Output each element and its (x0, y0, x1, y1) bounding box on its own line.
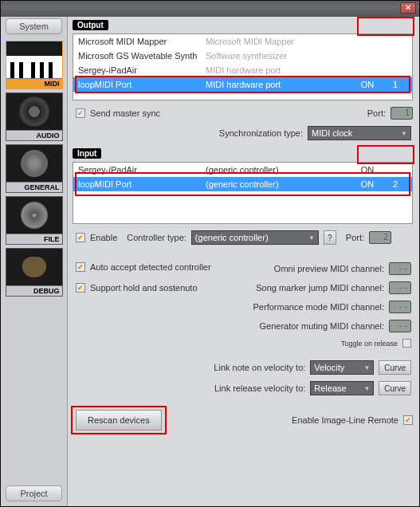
gen-muting-label: Generator muting MIDI channel: (259, 321, 384, 331)
sidebar-item-audio[interactable]: AUDIO (6, 92, 63, 141)
footer-row: Rescan devices Enable Image-Line Remote (76, 410, 413, 430)
support-hold-row: Support hold and sostenuto (76, 283, 232, 293)
sidebar-item-label: AUDIO (6, 130, 62, 140)
sidebar-item-label: FILE (6, 234, 62, 244)
sync-type-row: Synchronization type: MIDI clock▼ (76, 126, 411, 140)
sidebar-item-debug[interactable]: DEBUG (6, 248, 63, 297)
main-panel: Output Microsoft MIDI Mapper Microsoft M… (68, 17, 419, 506)
output-port-label: Port: (367, 108, 386, 118)
sidebar: System MIDI AUDIO GENERAL FILE (1, 17, 68, 506)
window-body: System MIDI AUDIO GENERAL FILE (1, 17, 419, 506)
sidebar-item-general[interactable]: GENERAL (6, 144, 63, 193)
song-marker-value[interactable]: -- (389, 281, 411, 294)
tab-system[interactable]: System (6, 18, 62, 34)
options-grid: Auto accept detected controller Support … (73, 256, 413, 349)
link-note-on-combo[interactable]: Velocity▼ (310, 360, 374, 375)
sidebar-item-midi[interactable]: MIDI (6, 41, 63, 89)
output-title: Output (73, 20, 108, 30)
input-port-value[interactable]: 2 (369, 231, 391, 244)
send-master-sync-row: Send master sync Port: 1 (76, 107, 413, 120)
link-release-combo[interactable]: Release▼ (310, 381, 374, 395)
send-master-sync-checkbox[interactable] (76, 108, 85, 118)
output-list[interactable]: Microsoft MIDI Mapper Microsoft MIDI Map… (73, 33, 413, 100)
chevron-down-icon: ▼ (363, 385, 370, 392)
auto-accept-checkbox[interactable] (76, 262, 85, 272)
auto-accept-label: Auto accept detected controller (90, 262, 211, 272)
support-hold-checkbox[interactable] (76, 283, 85, 293)
link-release-row: Link release velocity to: Release▼ Curve (76, 381, 411, 395)
rescan-devices-button[interactable]: Rescan devices (76, 410, 162, 430)
sidebar-item-label: MIDI (6, 78, 62, 88)
output-row[interactable]: Microsoft MIDI Mapper Microsoft MIDI Map… (73, 34, 412, 49)
enable-remote-checkbox[interactable] (403, 415, 413, 425)
sidebar-item-label: GENERAL (6, 182, 62, 192)
toggle-release-checkbox[interactable] (402, 339, 411, 348)
perf-mode-value[interactable]: -- (389, 301, 411, 313)
sidebar-item-file[interactable]: FILE (6, 196, 63, 245)
sync-type-combo[interactable]: MIDI clock▼ (308, 126, 411, 140)
enable-label: Enable (90, 233, 117, 242)
chevron-down-icon: ▼ (308, 234, 315, 242)
sync-type-label: Synchronization type: (219, 128, 303, 138)
output-row[interactable]: Sergey-iPadAir MIDI hardware port (73, 63, 412, 77)
settings-window: ✕ System MIDI AUDIO GENERAL (0, 0, 420, 507)
omni-label: Omni preview MIDI channel: (274, 264, 384, 273)
output-row-selected[interactable]: loopMIDI Port MIDI hardware port ON1 (73, 77, 412, 92)
output-group: Output Microsoft MIDI Mapper Microsoft M… (73, 20, 413, 140)
controller-type-combo[interactable]: (generic controller)▼ (191, 230, 319, 245)
keyboard-icon (6, 41, 62, 78)
output-port-value[interactable]: 1 (391, 107, 413, 120)
chevron-down-icon: ▼ (401, 130, 407, 137)
titlebar[interactable]: ✕ (1, 1, 419, 17)
omni-value[interactable]: -- (389, 262, 411, 275)
gen-muting-value[interactable]: -- (389, 320, 411, 332)
auto-accept-row: Auto accept detected controller (76, 262, 232, 272)
disc-icon (21, 202, 48, 229)
controller-help-button[interactable]: ? (324, 230, 336, 245)
close-icon[interactable]: ✕ (400, 2, 416, 14)
enable-checkbox[interactable] (76, 233, 85, 242)
song-marker-label: Song marker jump MIDI channel: (256, 283, 384, 293)
bug-icon (22, 257, 46, 277)
speaker-icon (19, 96, 49, 127)
send-master-sync-label: Send master sync (90, 108, 160, 118)
input-row-selected[interactable]: loopMIDI Port (generic controller) ON2 (73, 177, 412, 191)
input-title: Input (73, 148, 101, 159)
perf-mode-label: Performance mode MIDI channel: (253, 302, 384, 312)
link-note-on-label: Link note on velocity to: (214, 363, 305, 372)
input-port-label: Port: (346, 233, 364, 242)
toggle-release-label: Toggle on release (341, 340, 398, 348)
gear-icon (21, 150, 48, 177)
curve-button-note-on[interactable]: Curve (379, 360, 411, 375)
sidebar-item-label: DEBUG (6, 285, 62, 296)
enable-row: Enable Controller type: (generic control… (76, 230, 413, 245)
link-release-label: Link release velocity to: (214, 383, 305, 393)
enable-remote-label: Enable Image-Line Remote (292, 415, 398, 425)
input-list[interactable]: Sergey-iPadAir (generic controller) ON l… (73, 162, 413, 224)
input-row[interactable]: Sergey-iPadAir (generic controller) ON (73, 163, 412, 177)
controller-type-label: Controller type: (127, 233, 186, 242)
sidebar-thumbs: MIDI AUDIO GENERAL FILE DEBUG (1, 37, 67, 297)
output-row[interactable]: Microsoft GS Wavetable Synth Software sy… (73, 49, 412, 63)
support-hold-label: Support hold and sostenuto (90, 283, 198, 293)
tab-project[interactable]: Project (6, 485, 62, 501)
chevron-down-icon: ▼ (363, 364, 370, 371)
input-group: Input Sergey-iPadAir (generic controller… (73, 148, 413, 245)
link-note-on-row: Link note on velocity to: Velocity▼ Curv… (76, 360, 411, 375)
curve-button-release[interactable]: Curve (379, 381, 411, 395)
